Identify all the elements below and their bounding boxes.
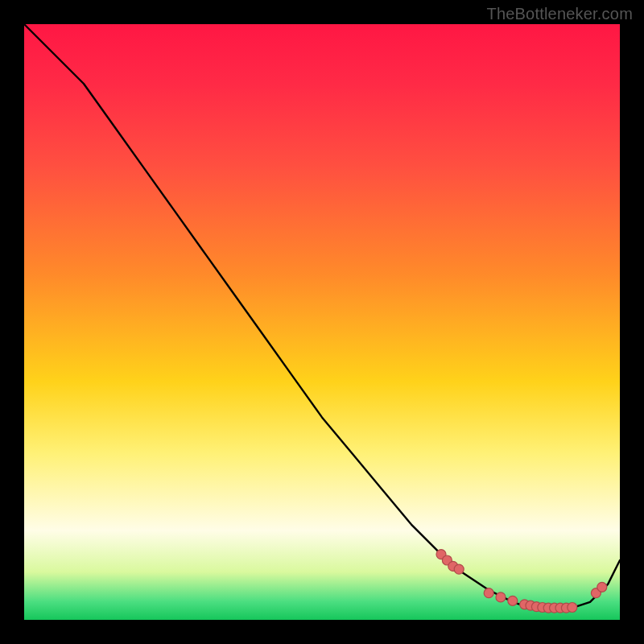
highlight-dot bbox=[496, 592, 506, 602]
chart-svg bbox=[24, 24, 620, 620]
highlight-dot bbox=[454, 564, 464, 574]
watermark-text: TheBottleneker.com bbox=[487, 5, 633, 23]
highlight-dot bbox=[568, 603, 577, 613]
highlight-dot bbox=[597, 582, 607, 592]
chart-stage: TheBottleneker.com bbox=[0, 0, 644, 644]
highlight-dot bbox=[508, 596, 518, 605]
plot-area bbox=[24, 24, 620, 620]
highlight-dots bbox=[436, 550, 607, 613]
highlight-dot bbox=[484, 588, 493, 598]
bottleneck-curve bbox=[24, 24, 620, 608]
